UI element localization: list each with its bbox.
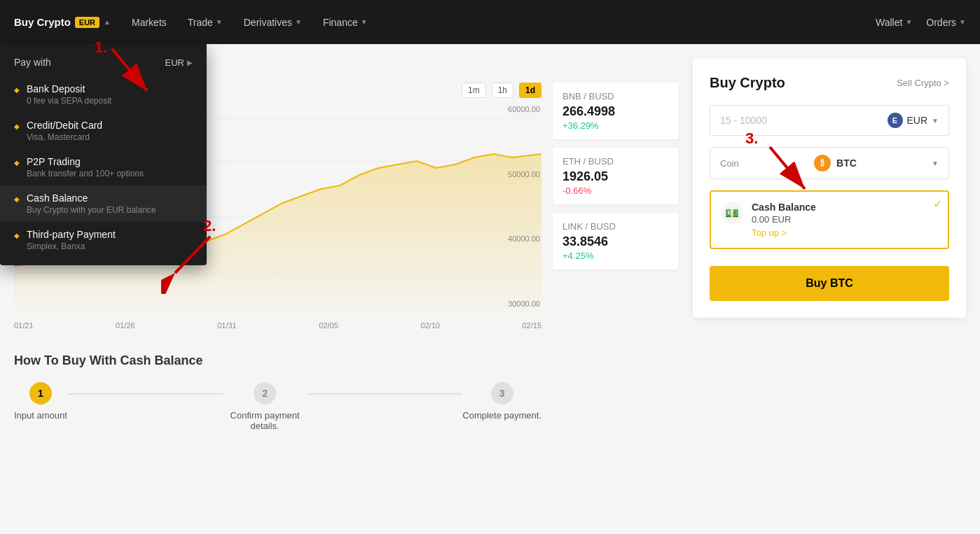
- timeframe-1m[interactable]: 1m: [462, 83, 486, 98]
- currency-selector[interactable]: E EUR ▼: [888, 113, 939, 128]
- p2p-content: P2P Trading Bank transfer and 100+ optio…: [27, 156, 144, 178]
- y-axis-labels: 60000.00 50000.00 40000.00 30000.00: [508, 105, 540, 315]
- wallet-nav[interactable]: Wallet ▼: [876, 17, 912, 28]
- bnb-pair: BNB / BUSD: [563, 91, 669, 101]
- diamond-icon-5: ◆: [14, 232, 20, 239]
- currency-chevron: ▼: [932, 117, 939, 125]
- dropdown-cash-balance[interactable]: ◆ Cash Balance Buy Crypto with your EUR …: [0, 185, 207, 222]
- derivatives-nav[interactable]: Derivatives ▼: [244, 17, 302, 28]
- coin-name: BTC: [836, 157, 857, 169]
- trade-chevron: ▼: [216, 18, 223, 26]
- step-line-1: [67, 393, 223, 395]
- cash-balance-sub: Buy Crypto with your EUR balance: [27, 205, 156, 215]
- eur-icon: E: [888, 113, 903, 128]
- bank-deposit-title: Bank Deposit: [27, 83, 111, 94]
- credit-card-content: Credit/Debit Card Visa, Mastercard: [27, 120, 102, 142]
- p2p-title: P2P Trading: [27, 156, 144, 167]
- derivatives-chevron: ▼: [295, 18, 302, 26]
- buy-crypto-nav[interactable]: Buy Crypto EUR ▲: [14, 16, 111, 28]
- how-to-buy-title: How To Buy With Cash Balance: [14, 353, 541, 368]
- dropdown-p2p[interactable]: ◆ P2P Trading Bank transfer and 100+ opt…: [0, 149, 207, 185]
- x-label-0121: 01/21: [14, 321, 34, 330]
- y-label-40k: 40000.00: [508, 234, 540, 243]
- dropdown-credit-card[interactable]: ◆ Credit/Debit Card Visa, Mastercard: [0, 113, 207, 149]
- link-pair: LINK / BUSD: [563, 221, 669, 232]
- link-price: 33.8546: [563, 234, 669, 249]
- amount-placeholder: 15 - 10000: [720, 115, 767, 126]
- orders-nav[interactable]: Orders ▼: [926, 17, 966, 28]
- dropdown-header-chevron: ▶: [187, 59, 193, 66]
- credit-card-sub: Visa, Mastercard: [27, 132, 102, 142]
- nav-right: Wallet ▼ Orders ▼: [876, 17, 966, 28]
- currency-text: EUR: [907, 115, 928, 126]
- x-label-0205: 02/05: [319, 321, 338, 330]
- btc-icon: ₿: [814, 155, 831, 171]
- buy-crypto-chevron: ▲: [104, 18, 111, 26]
- diamond-icon-1: ◆: [14, 86, 20, 94]
- top-up-link[interactable]: Top up >: [752, 227, 816, 238]
- derivatives-label: Derivatives: [244, 17, 292, 28]
- dropdown-bank-deposit[interactable]: ◆ Bank Deposit 0 fee via SEPA deposit: [0, 76, 207, 113]
- wallet-chevron: ▼: [905, 18, 912, 26]
- p2p-sub: Bank transfer and 100+ options: [27, 169, 144, 178]
- markets-nav[interactable]: Markets: [132, 17, 167, 28]
- ticker-link[interactable]: LINK / BUSD 33.8546 +4.25%: [553, 213, 679, 269]
- ticker-bnb[interactable]: BNB / BUSD 266.4998 +36.29%: [553, 83, 679, 139]
- step-3-label: Complete payment.: [462, 410, 541, 421]
- wallet-label: Wallet: [876, 17, 902, 28]
- card-title: Buy Crypto: [710, 75, 785, 91]
- step-3-circle: 3: [491, 382, 513, 405]
- cash-info: Cash Balance 0.00 EUR Top up >: [752, 202, 816, 238]
- sell-crypto-link[interactable]: Sell Crypto >: [897, 78, 949, 88]
- timeframe-1d[interactable]: 1d: [519, 83, 541, 98]
- eth-change: -0.66%: [563, 185, 669, 196]
- third-party-sub: Simplex, Banxa: [27, 241, 116, 251]
- pay-with-dropdown: Pay with EUR ▶ ◆ Bank Deposit 0 fee via …: [0, 44, 207, 265]
- third-party-title: Third-party Payment: [27, 229, 116, 240]
- finance-chevron: ▼: [361, 18, 368, 26]
- buy-btc-button[interactable]: Buy BTC: [710, 266, 949, 301]
- trade-label: Trade: [188, 17, 213, 28]
- step-2: 2 Confirm payment details.: [223, 382, 307, 431]
- x-label-0215: 02/15: [522, 321, 541, 330]
- orders-label: Orders: [926, 17, 956, 28]
- cash-balance-card-title: Cash Balance: [752, 202, 816, 213]
- card-header: Buy Crypto Sell Crypto >: [710, 75, 949, 91]
- y-label-50k: 50000.00: [508, 170, 540, 178]
- orders-chevron: ▼: [959, 18, 966, 26]
- bnb-price: 266.4998: [563, 104, 669, 119]
- steps-container: 1 Input amount 2 Confirm payment details…: [14, 382, 541, 431]
- coin-selector[interactable]: Coin ₿ BTC ▼: [710, 147, 949, 179]
- step-2-label: Confirm payment details.: [223, 410, 307, 431]
- x-label-0131: 01/31: [217, 321, 237, 330]
- y-label-30k: 30000.00: [508, 300, 540, 308]
- step-line-2: [307, 393, 462, 395]
- dropdown-third-party[interactable]: ◆ Third-party Payment Simplex, Banxa: [0, 222, 207, 258]
- third-party-content: Third-party Payment Simplex, Banxa: [27, 229, 116, 251]
- bnb-change: +36.29%: [563, 120, 669, 131]
- dropdown-header-right[interactable]: EUR ▶: [165, 57, 193, 68]
- ticker-panel: BNB / BUSD 266.4998 +36.29% ETH / BUSD 1…: [553, 83, 679, 269]
- nav-left: Buy Crypto EUR ▲ Markets Trade ▼ Derivat…: [14, 16, 368, 28]
- cash-balance-amount: 0.00 EUR: [752, 214, 816, 225]
- bank-deposit-sub: 0 fee via SEPA deposit: [27, 96, 111, 106]
- timeframe-1h[interactable]: 1h: [492, 83, 513, 98]
- cash-balance-content: Cash Balance Buy Crypto with your EUR ba…: [27, 192, 156, 215]
- dropdown-header-title: Pay with: [14, 57, 51, 68]
- dropdown-eur: EUR: [165, 57, 184, 68]
- trade-nav[interactable]: Trade ▼: [188, 17, 223, 28]
- finance-label: Finance: [323, 17, 358, 28]
- amount-input-row[interactable]: 15 - 10000 E EUR ▼: [710, 105, 949, 136]
- step-3: 3 Complete payment.: [462, 382, 541, 421]
- ticker-eth[interactable]: ETH / BUSD 1926.05 -0.66%: [553, 148, 679, 204]
- credit-card-title: Credit/Debit Card: [27, 120, 102, 131]
- coin-selected-display: ₿ BTC: [814, 155, 857, 171]
- checkmark-icon: ✓: [933, 197, 942, 211]
- y-label-60k: 60000.00: [508, 105, 540, 113]
- cash-balance-card[interactable]: 💵 Cash Balance 0.00 EUR Top up > ✓: [710, 190, 949, 249]
- link-change: +4.25%: [563, 251, 669, 261]
- x-label-0210: 02/10: [420, 321, 440, 330]
- step-1-circle: 1: [29, 382, 52, 405]
- finance-nav[interactable]: Finance ▼: [323, 17, 368, 28]
- bank-deposit-content: Bank Deposit 0 fee via SEPA deposit: [27, 83, 111, 106]
